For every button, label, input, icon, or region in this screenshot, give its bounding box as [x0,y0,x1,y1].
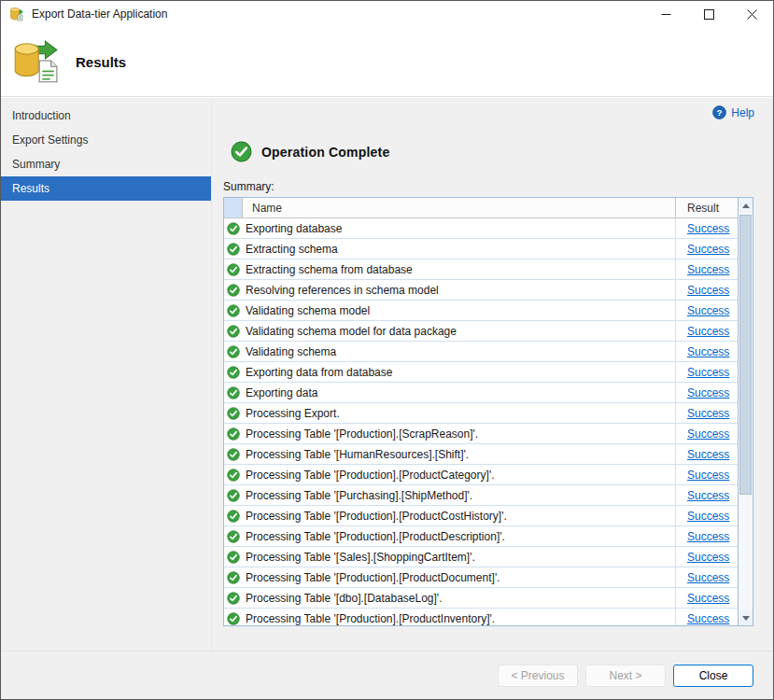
green-check-icon [224,424,243,443]
maximize-button[interactable] [687,1,730,27]
result-success-link[interactable]: Success [687,222,729,235]
result-cell: Success [675,588,738,608]
wizard-header: Results [1,27,773,97]
result-cell: Success [675,547,738,567]
results-table-body: Exporting databaseSuccessExtracting sche… [224,218,738,625]
result-success-link[interactable]: Success [687,284,729,297]
result-row[interactable]: Validating schemaSuccess [224,342,738,362]
result-cell: Success [675,383,738,402]
result-row[interactable]: Processing Table '[dbo].[DatabaseLog]'.S… [224,588,738,609]
result-row[interactable]: Processing Export.Success [224,403,738,424]
green-check-icon [224,239,243,259]
result-cell: Success [675,465,738,484]
green-check-icon [224,506,243,525]
result-success-link[interactable]: Success [687,304,729,317]
operation-status-title: Operation Complete [261,145,389,160]
page-title: Results [76,54,126,70]
result-row[interactable]: Resolving references in schema modelSucc… [224,280,738,301]
scrollbar-up-arrow[interactable] [739,198,753,213]
step-name: Processing Table '[dbo].[DatabaseLog]'. [243,588,675,608]
help-link[interactable]: Help [731,106,754,119]
step-name: Processing Table '[Production].[ScrapRea… [243,424,675,443]
green-check-icon [224,588,243,608]
step-name: Processing Table '[Sales].[ShoppingCartI… [243,547,675,567]
sidebar-item-export-settings[interactable]: Export Settings [1,128,211,152]
step-name: Exporting data [243,383,675,402]
result-success-link[interactable]: Success [687,263,729,276]
result-row[interactable]: Validating schema model for data package… [224,321,738,342]
result-row[interactable]: Processing Table '[Production].[ProductC… [224,506,738,526]
previous-button[interactable]: < Previous [498,665,578,687]
result-success-link[interactable]: Success [687,427,729,441]
result-cell: Success [675,239,738,259]
step-name: Exporting data from database [243,362,675,382]
step-name: Exporting database [243,218,675,238]
green-check-icon [224,383,243,402]
result-success-link[interactable]: Success [687,325,729,338]
result-row[interactable]: Processing Table '[Production].[ProductC… [224,465,738,485]
export-database-icon [9,7,24,21]
result-row[interactable]: Processing Table '[Production].[ScrapRea… [224,424,738,444]
green-check-icon [224,321,243,341]
sidebar-item-introduction[interactable]: Introduction [1,104,211,128]
result-success-link[interactable]: Success [687,510,729,523]
result-cell: Success [675,362,738,382]
result-cell: Success [675,609,738,625]
result-row[interactable]: Exporting databaseSuccess [224,218,738,239]
sidebar-item-results[interactable]: Results [1,176,211,201]
minimize-button[interactable] [644,1,687,27]
result-success-link[interactable]: Success [687,345,729,358]
step-name: Processing Export. [243,403,675,423]
step-name: Extracting schema from database [243,259,675,279]
result-row[interactable]: Exporting data from databaseSuccess [224,362,738,383]
column-header-status-icon[interactable] [224,198,243,217]
close-button[interactable] [730,1,773,27]
step-name: Processing Table '[Purchasing].[ShipMeth… [243,485,675,505]
result-row[interactable]: Processing Table '[Sales].[ShoppingCartI… [224,547,738,567]
result-cell: Success [675,506,738,525]
result-success-link[interactable]: Success [687,571,729,584]
sidebar-item-summary[interactable]: Summary [1,152,211,176]
scrollbar-down-arrow[interactable] [739,610,753,625]
wizard-footer: < Previous Next > Close [1,651,773,699]
green-check-icon [224,547,243,567]
result-success-link[interactable]: Success [687,386,729,399]
result-row[interactable]: Extracting schema from databaseSuccess [224,259,738,280]
result-success-link[interactable]: Success [687,448,729,461]
result-success-link[interactable]: Success [687,407,729,420]
result-row[interactable]: Exporting dataSuccess [224,383,738,403]
step-name: Validating schema model for data package [243,321,675,341]
result-row[interactable]: Processing Table '[Production].[ProductD… [224,567,738,588]
close-wizard-button[interactable]: Close [673,665,753,687]
export-database-icon [10,37,59,86]
result-success-link[interactable]: Success [687,469,729,482]
result-success-link[interactable]: Success [687,489,729,502]
result-cell: Success [675,403,738,423]
result-success-link[interactable]: Success [687,592,729,605]
result-success-link[interactable]: Success [687,243,729,256]
step-name: Resolving references in schema model [243,280,675,300]
scrollbar-thumb[interactable] [739,215,752,495]
result-row[interactable]: Processing Table '[Production].[ProductI… [224,609,738,625]
column-header-name[interactable]: Name [243,198,675,217]
scrollbar-track[interactable] [739,213,753,610]
table-scrollbar[interactable] [738,197,753,626]
result-cell: Success [675,526,738,546]
green-check-icon [224,342,243,361]
result-row[interactable]: Extracting schemaSuccess [224,239,738,259]
titlebar-controls [644,1,773,27]
next-button[interactable]: Next > [585,665,666,687]
result-cell: Success [675,424,738,443]
result-success-link[interactable]: Success [687,366,729,379]
result-success-link[interactable]: Success [687,551,729,564]
wizard-body: IntroductionExport SettingsSummaryResult… [1,98,773,651]
wizard-content: ? Help Operation Complete Summary: NameR… [211,98,773,651]
step-name: Validating schema [243,342,675,361]
result-success-link[interactable]: Success [687,530,729,543]
result-row[interactable]: Validating schema modelSuccess [224,301,738,321]
result-row[interactable]: Processing Table '[HumanResources].[Shif… [224,444,738,465]
result-row[interactable]: Processing Table '[Purchasing].[ShipMeth… [224,485,738,506]
result-row[interactable]: Processing Table '[Production].[ProductD… [224,526,738,547]
result-success-link[interactable]: Success [687,612,729,625]
column-header-result[interactable]: Result [675,198,738,217]
